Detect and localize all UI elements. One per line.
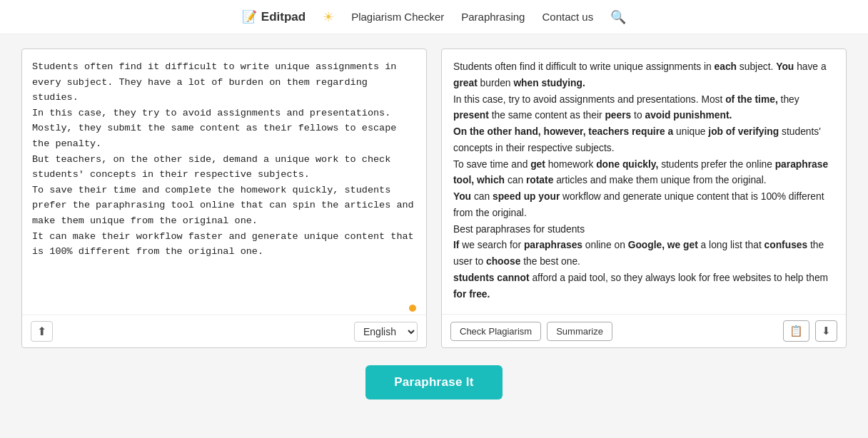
summarize-button[interactable]: Summarize xyxy=(547,322,612,341)
search-icon[interactable]: 🔍 xyxy=(610,9,626,25)
paraphrase-it-button[interactable]: Paraphrase It xyxy=(365,365,503,399)
language-select[interactable]: English French Spanish German xyxy=(354,322,418,342)
input-textarea[interactable]: <span class="c-teal">Students often find… xyxy=(22,49,426,315)
right-panel-icon-buttons: 📋 ⬇ xyxy=(783,320,837,342)
right-panel-action-buttons: Check Plagiarism Summarize xyxy=(450,322,612,341)
logo: 📝 Editpad xyxy=(242,9,306,24)
panels-container: <span class="c-teal">Students often find… xyxy=(21,49,847,348)
copy-button[interactable]: 📋 xyxy=(783,320,809,342)
left-panel: <span class="c-teal">Students often find… xyxy=(21,49,427,348)
navigation: 📝 Editpad ☀ Plagiarism Checker Paraphras… xyxy=(0,0,868,34)
right-panel-footer: Check Plagiarism Summarize 📋 ⬇ xyxy=(442,314,846,347)
logo-icon: 📝 xyxy=(242,9,257,24)
nav-contact-us[interactable]: Contact us xyxy=(542,11,593,23)
right-panel-content: Students often find it difficult to writ… xyxy=(442,49,846,314)
nav-plagiarism-checker[interactable]: Plagiarism Checker xyxy=(351,11,444,23)
orange-dot xyxy=(409,305,416,312)
left-panel-footer: ⬆ English French Spanish German xyxy=(22,315,426,347)
main-area: <span class="c-teal">Students often find… xyxy=(0,34,868,421)
logo-text: Editpad xyxy=(261,10,306,24)
right-panel: Students often find it difficult to writ… xyxy=(441,49,847,348)
download-button[interactable]: ⬇ xyxy=(815,320,837,342)
upload-button[interactable]: ⬆ xyxy=(31,321,53,342)
paraphrase-section: Paraphrase It xyxy=(365,365,503,399)
sun-icon: ☀ xyxy=(323,9,334,25)
check-plagiarism-button[interactable]: Check Plagiarism xyxy=(450,322,541,341)
nav-paraphrasing[interactable]: Paraphrasing xyxy=(461,11,525,23)
